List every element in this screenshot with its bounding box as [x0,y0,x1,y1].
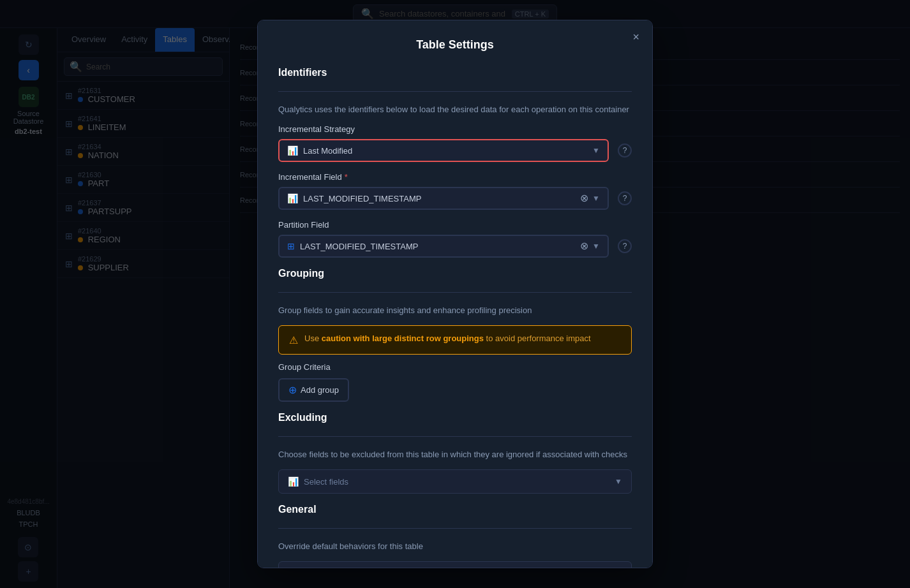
modal-close-button[interactable]: × [632,31,639,44]
modal-overlay[interactable]: × Table Settings Identifiers Qualytics u… [0,0,910,588]
modal-title: Table Settings [278,38,632,52]
partition-field-label: Partition Field [278,220,632,230]
select-fields-dropdown[interactable]: 📊 Select fields ▼ [278,469,632,494]
infer-datatype-row[interactable]: Infer the data type for each field and c… [278,561,632,568]
select-fields-placeholder: Select fields [304,477,609,487]
partition-field-help-icon[interactable]: ? [618,239,632,253]
grid-icon: ⊞ [287,241,295,251]
identifiers-section: Identifiers Qualytics uses the identifie… [278,67,632,258]
add-group-button[interactable]: ⊕ Add group [278,378,349,402]
incremental-field-select[interactable]: 📊 LAST_MODIFIED_TIMESTAMP ⊗ ▼ [278,187,609,210]
incremental-strategy-value: Last Modified [303,146,587,156]
partition-field-select[interactable]: ⊞ LAST_MODIFIED_TIMESTAMP ⊗ ▼ [278,235,609,258]
incremental-strategy-help-icon[interactable]: ? [618,143,632,158]
excluding-section: Excluding Choose fields to be excluded f… [278,412,632,494]
fields-dropdown-icon: 📊 [288,476,299,487]
required-indicator: * [345,172,348,182]
partition-field-value: LAST_MODIFIED_TIMESTAMP [300,242,575,251]
grouping-title: Grouping [278,268,632,279]
warning-banner: ⚠ Use caution with large distinct row gr… [278,325,632,355]
group-criteria-label: Group Criteria [278,362,632,372]
chevron-down-icon: ▼ [592,194,600,203]
table-settings-modal: × Table Settings Identifiers Qualytics u… [257,20,653,568]
general-section: General Override default behaviors for t… [278,504,632,568]
incremental-strategy-label: Incremental Strategy [278,124,632,134]
bar-chart-icon: 📊 [287,193,298,203]
excluding-desc: Choose fields to be excluded from this t… [278,450,632,459]
grouping-section: Grouping Group fields to gain accurate i… [278,268,632,402]
plus-circle-icon: ⊕ [288,384,297,396]
identifiers-desc: Qualytics uses the identifiers below to … [278,105,632,114]
incremental-field-label: Incremental Field * [278,172,632,182]
warning-banner-text: Use caution with large distinct row grou… [304,334,591,343]
identifiers-title: Identifiers [278,67,632,78]
incremental-field-row: 📊 LAST_MODIFIED_TIMESTAMP ⊗ ▼ ? [278,187,632,210]
chevron-down-icon: ▼ [592,242,600,251]
chevron-down-icon: ▼ [592,146,600,155]
incremental-strategy-select[interactable]: 📊 Last Modified ▼ [278,139,609,162]
general-title: General [278,504,632,515]
incremental-strategy-row: 📊 Last Modified ▼ ? [278,139,632,162]
incremental-field-help-icon[interactable]: ? [618,191,632,205]
partition-field-row: ⊞ LAST_MODIFIED_TIMESTAMP ⊗ ▼ ? [278,235,632,258]
incremental-field-clear-btn[interactable]: ⊗ [580,193,588,203]
incremental-field-value: LAST_MODIFIED_TIMESTAMP [303,194,575,203]
chart-icon: 📊 [287,145,298,156]
warning-highlight: caution with large distinct row grouping… [322,334,484,343]
chevron-down-icon: ▼ [615,477,622,486]
add-group-label: Add group [301,385,339,395]
partition-field-clear-btn[interactable]: ⊗ [580,241,588,251]
excluding-title: Excluding [278,412,632,423]
warning-circle-icon: ⚠ [289,334,298,346]
grouping-desc: Group fields to gain accurate insights a… [278,305,632,315]
general-desc: Override default behaviors for this tabl… [278,541,632,551]
